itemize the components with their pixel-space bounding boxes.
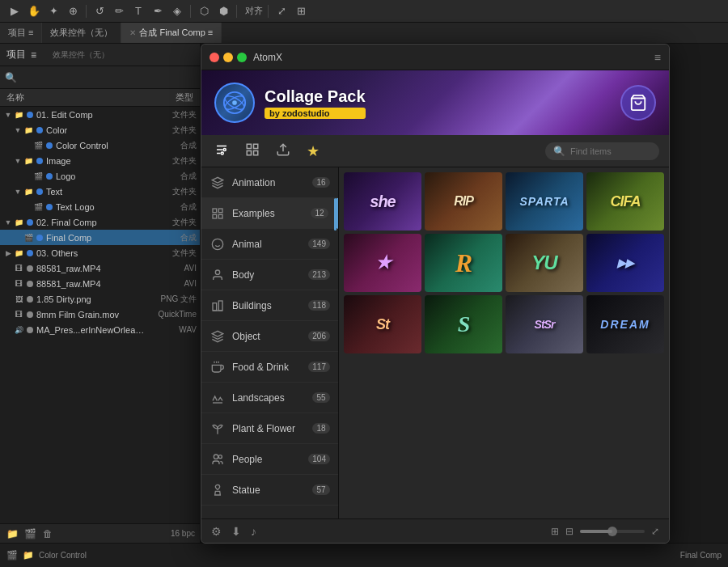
category-food-count: 117 — [308, 362, 330, 372]
cart-icon — [629, 94, 647, 112]
status-folder-icon[interactable]: 📁 — [23, 550, 34, 561]
category-food-drink[interactable]: Food & Drink 117 — [201, 352, 338, 383]
new-folder-icon[interactable]: 📁 — [5, 527, 19, 541]
search-input[interactable] — [20, 73, 195, 83]
category-statue[interactable]: Statue 57 — [201, 475, 338, 506]
grid-item-cifa[interactable]: CIFA — [586, 172, 664, 231]
tab-effects[interactable]: 效果控件（无） — [42, 23, 121, 43]
atomx-body: Animation 16 Examples 12 — [201, 167, 669, 518]
atomx-fit-icon[interactable]: ⊟ — [565, 526, 574, 537]
tree-item-mp4-2[interactable]: 🎞 88581_raw.MP4 AVI — [0, 276, 200, 291]
grid-item-arrows[interactable]: ▶▶ — [586, 234, 664, 292]
category-examples[interactable]: Examples 12 — [201, 198, 338, 229]
tree-item-wav[interactable]: 🔊 MA_Pres...erInNewOrleans.wav WAV — [0, 322, 200, 337]
category-body[interactable]: Body 213 — [201, 260, 338, 290]
toolbar-arrow-icon[interactable]: ▶ — [6, 3, 23, 19]
atomx-music-icon[interactable]: ♪ — [251, 525, 256, 538]
tree-item-png[interactable]: 🖼 1.85 Dirty.png PNG 文件 — [0, 291, 200, 307]
food-icon — [210, 359, 226, 375]
grid-item-st[interactable]: St — [344, 295, 421, 353]
category-animation[interactable]: Animation 16 — [201, 167, 338, 198]
toolbar-camera-icon[interactable]: ⬢ — [215, 3, 231, 19]
atomx-search-input[interactable] — [570, 146, 651, 156]
toolbar-puppet-icon[interactable]: ⬡ — [196, 3, 212, 19]
svg-rect-16 — [218, 209, 222, 213]
atomx-expand-icon[interactable]: ⤢ — [651, 526, 659, 537]
folder-icon-text: 📁 — [23, 186, 34, 197]
delete-icon[interactable]: 🗑 — [40, 527, 55, 541]
grid-item-yu[interactable]: YU — [506, 234, 583, 292]
tree-item-color-control[interactable]: 🎬 Color Control 合成 — [0, 138, 200, 153]
category-people[interactable]: People 104 — [201, 444, 338, 475]
category-people-count: 104 — [308, 454, 330, 464]
grid-item-r[interactable]: R — [425, 234, 502, 292]
tree-item-mp4-1[interactable]: 🎞 88581_raw.MP4 AVI — [0, 260, 200, 276]
category-body-label: Body — [232, 269, 302, 281]
category-object-label: Object — [232, 331, 302, 342]
toolbar-move-icon[interactable]: ✦ — [45, 3, 61, 19]
toolbar-zoom-icon[interactable]: ⊕ — [65, 3, 81, 19]
toolbar-paint-icon[interactable]: ✒ — [150, 3, 166, 19]
zoom-slider[interactable] — [580, 530, 645, 533]
close-button[interactable] — [210, 53, 219, 62]
grid-item-s[interactable]: S — [425, 295, 502, 353]
tree-item-03-others[interactable]: ▶ 📁 03. Others 文件夹 — [0, 245, 200, 260]
top-toolbar: ▶ ✋ ✦ ⊕ ↺ ✏ T ✒ ◈ ⬡ ⬢ 对齐 ⤢ ⊞ — [0, 0, 728, 23]
toolbar-shape-icon[interactable]: ◈ — [169, 3, 185, 19]
toolbar-type-icon[interactable]: T — [130, 3, 146, 19]
minimize-button[interactable] — [223, 53, 233, 62]
tab-project[interactable]: 项目 ≡ — [0, 23, 42, 43]
toolbar-grid-icon[interactable]: ⊞ — [293, 3, 309, 19]
maximize-button[interactable] — [237, 53, 247, 62]
tab-comp[interactable]: ✕ 合成 Final Comp ≡ — [121, 23, 222, 43]
atomx-banner: Collage Pack by zodostudio — [201, 70, 669, 135]
category-animal[interactable]: Animal 149 — [201, 229, 338, 260]
category-buildings[interactable]: Buildings 118 — [201, 290, 338, 321]
tree-arrow-text: ▼ — [13, 187, 23, 197]
status-comp-icon[interactable]: 🎬 — [6, 550, 18, 561]
favorites-icon[interactable]: ★ — [303, 139, 323, 163]
tree-arrow-logo — [23, 171, 32, 181]
category-examples-label: Examples — [232, 208, 304, 219]
atomx-import-icon[interactable]: ⬇ — [231, 525, 241, 538]
label-color-control: Color Control — [56, 141, 146, 150]
grid-item-dream[interactable]: DREAM — [586, 295, 664, 353]
tree-item-color[interactable]: ▼ 📁 Color 文件夹 — [0, 122, 200, 138]
tree-item-01-edit-comp[interactable]: ▼ 📁 01. Edit Comp 文件夹 — [0, 107, 200, 122]
banner-cart-button[interactable] — [620, 85, 656, 121]
category-plant-flower[interactable]: Plant & Flower 18 — [201, 413, 338, 444]
tree-item-image[interactable]: ▼ 📁 Image 文件夹 — [0, 153, 200, 168]
grid-item-stsr[interactable]: StSr — [506, 295, 583, 353]
tree-item-02-final-comp[interactable]: ▼ 📁 02. Final Comp 文件夹 — [0, 214, 200, 230]
grid-item-she[interactable]: she — [344, 172, 421, 231]
folder-icon-color: 📁 — [23, 125, 34, 136]
atomx-toolbar: ★ 🔍 — [201, 135, 669, 167]
tree-item-logo[interactable]: 🎬 Logo 合成 — [0, 168, 200, 184]
category-landscapes[interactable]: Landscapes 55 — [201, 383, 338, 413]
tree-item-final-comp[interactable]: 🎬 Final Comp 合成 — [0, 230, 200, 245]
tree-item-text[interactable]: ▼ 📁 Text 文件夹 — [0, 184, 200, 199]
atomx-grid-icon[interactable]: ⊞ — [551, 526, 559, 537]
category-object[interactable]: Object 206 — [201, 321, 338, 352]
grid-item-rip[interactable]: RIP — [425, 172, 502, 231]
toolbar-expand-icon[interactable]: ⤢ — [273, 3, 290, 19]
toolbar-hand-icon[interactable]: ✋ — [26, 3, 42, 19]
tree-item-text-logo[interactable]: 🎬 Text Logo 合成 — [0, 199, 200, 214]
panel-header-menu-icon[interactable]: ≡ — [31, 49, 36, 61]
category-plant-label: Plant & Flower — [232, 423, 306, 434]
toolbar-rotate-icon[interactable]: ↺ — [91, 3, 108, 19]
atomx-settings-icon[interactable]: ⚙ — [211, 525, 222, 538]
grid-item-sparta[interactable]: SPARTA — [506, 172, 583, 231]
label-final-comp: Final Comp — [46, 233, 146, 243]
toolbar-pen-icon[interactable]: ✏ — [111, 3, 127, 19]
category-animation-count: 16 — [312, 177, 330, 188]
export-icon[interactable] — [273, 139, 294, 163]
atomx-menu-icon[interactable]: ≡ — [654, 51, 661, 64]
filter-icon[interactable] — [211, 139, 232, 163]
svg-rect-24 — [218, 301, 222, 311]
category-food-label: Food & Drink — [232, 362, 302, 373]
grid-item-star[interactable]: ★ — [344, 234, 421, 292]
new-comp-icon[interactable]: 🎬 — [23, 527, 37, 541]
tree-item-mov[interactable]: 🎞 8mm Film Grain.mov QuickTime — [0, 307, 200, 322]
list-view-icon[interactable] — [242, 139, 263, 163]
